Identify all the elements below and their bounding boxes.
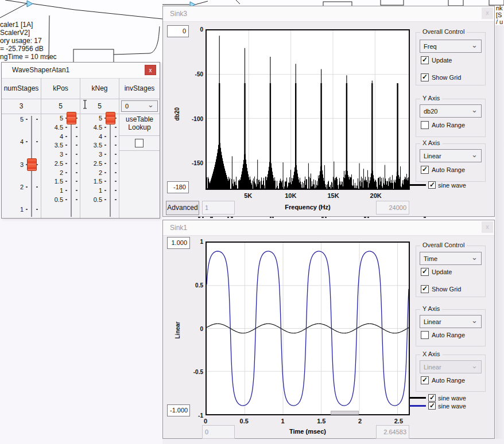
sink3-advanced-button[interactable]: Advanced <box>166 201 199 215</box>
text-ibeam-cursor <box>83 100 88 109</box>
sink1-window: Sink1 x 1.000 -1.000 Linear 10.50-0.5-10… <box>162 220 495 439</box>
slider-tick-label: 1.5 <box>85 178 102 185</box>
legend-checkbox[interactable] <box>428 394 436 402</box>
sink1-update-checkbox[interactable] <box>421 268 429 276</box>
slider-handle[interactable] <box>67 112 76 124</box>
legend-checkbox[interactable] <box>428 402 436 410</box>
slider-tick-label: 2 <box>85 169 102 176</box>
slider-tick-label: 3 <box>85 151 102 158</box>
sink1-domain-dropdown[interactable]: Time⌄ <box>420 252 482 265</box>
sink3-titlebar[interactable]: Sink3 x <box>163 6 494 22</box>
invstages-dropdown[interactable]: 0⌄ <box>121 100 158 112</box>
sink1-close-icon[interactable]: x <box>482 221 493 233</box>
sink1-xmax-box[interactable]: 2.64583 <box>376 425 409 439</box>
sink1-yauto-row[interactable]: Auto Range <box>421 331 465 339</box>
sink3-xauto-checkbox[interactable] <box>421 166 429 174</box>
sink3-yaxis-dropdown[interactable]: db20⌄ <box>420 104 482 118</box>
slider-handle[interactable] <box>106 112 115 124</box>
sink1-yaxis-dropdown[interactable]: Linear⌄ <box>420 315 482 328</box>
legend-row: sine wave <box>409 394 466 402</box>
usetable-checkbox[interactable] <box>135 139 144 147</box>
sink1-xauto-row[interactable]: Auto Range <box>421 376 465 384</box>
sink1-showgrid-checkbox[interactable] <box>421 285 429 293</box>
x-tick-label: 2 <box>358 418 362 424</box>
sink1-yaxis-group: Y Axis Linear⌄ Auto Range <box>416 309 486 346</box>
chevron-down-icon: ⌄ <box>471 363 478 369</box>
y-tick-label: -50 <box>184 71 203 77</box>
usetable-label: useTable <box>119 115 160 123</box>
kneg-slider[interactable]: 54.543.532.521.510.5 <box>80 114 119 218</box>
sink3-xmax-box[interactable]: 24000 <box>376 201 409 215</box>
sink1-yauto-checkbox[interactable] <box>421 331 429 339</box>
sink3-yauto-checkbox[interactable] <box>421 121 429 129</box>
window-shadow-strip <box>495 25 504 439</box>
chevron-down-icon: ⌄ <box>471 255 478 260</box>
sink1-xauto-checkbox[interactable] <box>421 376 429 384</box>
slider-tick-label: 1 <box>85 187 102 194</box>
sink3-xmin-box[interactable]: 1 <box>202 201 235 215</box>
sink1-overall-group-label: Overall Control <box>420 242 467 248</box>
sink3-domain-dropdown[interactable]: Freq⌄ <box>420 40 482 53</box>
col-header: kNeg <box>80 78 119 99</box>
legend-checkbox[interactable] <box>428 181 436 189</box>
sink1-showgrid-row[interactable]: Show Grid <box>421 285 461 293</box>
slider-track[interactable] <box>71 116 72 217</box>
sink3-xlabel: Frequency (Hz) <box>285 204 330 211</box>
waveshaper-col-kpos: kPos 5 54.543.532.521.510.5 <box>41 78 80 218</box>
legend-label: sine wave <box>438 403 466 410</box>
x-tick-label: 0 <box>204 418 207 424</box>
sink3-yauto-label: Auto Range <box>432 122 465 128</box>
sink1-plot <box>206 242 410 415</box>
sink1-xaxis-group: X Axis Linear⌄ Auto Range <box>416 355 486 392</box>
waveshaper-titlebar[interactable]: WaveShaperAtan1 x <box>2 63 160 79</box>
numstages-slider[interactable]: 54321 <box>2 114 41 218</box>
legend-label: sine wave <box>438 395 466 402</box>
sink3-yauto-row[interactable]: Auto Range <box>421 121 465 129</box>
numstages-value[interactable]: 3 <box>2 99 41 114</box>
col-header: kPos <box>41 78 80 99</box>
slider-tick-label: 4.5 <box>46 124 63 131</box>
bottom-strip <box>162 439 504 444</box>
legend-label: sine wave <box>438 182 466 189</box>
slider-tick-label: 5 <box>85 115 102 122</box>
sink3-xaxis-dropdown-value: Linear <box>424 153 441 159</box>
x-tick-label: 10K <box>285 192 296 199</box>
sink1-update-row[interactable]: Update <box>421 268 452 276</box>
y-tick-label: -1 <box>184 412 203 419</box>
sink1-titlebar[interactable]: Sink1 x <box>163 220 494 236</box>
sink3-showgrid-checkbox[interactable] <box>421 73 429 81</box>
kpos-slider[interactable]: 54.543.532.521.510.5 <box>41 114 80 218</box>
sink3-ymin-box[interactable]: -180 <box>167 181 189 193</box>
sink3-update-checkbox[interactable] <box>421 56 429 64</box>
x-tick-label: 20K <box>370 192 382 199</box>
waveshaper-dialog: WaveShaperAtan1 x numStages 3 54321 kPos… <box>1 62 160 219</box>
y-tick-label: 1 <box>184 239 203 245</box>
sink1-xaxis-dropdown: Linear⌄ <box>420 360 482 373</box>
col-header: numStages <box>2 78 41 99</box>
sink1-ylabel: Linear <box>175 316 181 339</box>
sink3-xaxis-dropdown[interactable]: Linear⌄ <box>420 149 482 162</box>
sink3-yaxis-group: Y Axis db20⌄ Auto Range <box>416 99 486 137</box>
legend-line-swatch <box>409 184 426 186</box>
y-tick-label: -100 <box>184 115 203 122</box>
slider-track[interactable] <box>110 116 111 217</box>
sink1-xmin-box[interactable]: 0 <box>202 425 235 439</box>
divider <box>119 150 160 151</box>
scaler-block-label: caler1 [1A]ScalerV2]ory usage: 17= -25.7… <box>0 21 57 61</box>
sink1-xaxis-dropdown-value: Linear <box>424 364 441 371</box>
legend-row: sine wave <box>409 181 466 189</box>
slider-tick-label: 2.5 <box>85 160 102 167</box>
x-tick-label: 1 <box>281 418 284 424</box>
chevron-down-icon: ⌄ <box>471 107 478 113</box>
slider-tick-label: 0.5 <box>46 196 63 203</box>
sink3-close-icon[interactable]: x <box>482 7 493 19</box>
x-tick-label: 5K <box>244 192 252 199</box>
sink3-xaxis-group: X Axis Linear⌄ Auto Range <box>416 143 486 182</box>
sink3-xauto-row[interactable]: Auto Range <box>421 166 465 174</box>
slider-handle[interactable] <box>27 158 37 171</box>
waveshaper-title: WaveShaperAtan1 <box>12 66 69 74</box>
sink3-showgrid-row[interactable]: Show Grid <box>421 73 461 81</box>
sink3-update-row[interactable]: Update <box>421 56 452 64</box>
sink1-overall-group: Overall Control Time⌄ Update Show Grid <box>416 246 486 297</box>
waveshaper-close-icon[interactable]: x <box>145 65 156 75</box>
